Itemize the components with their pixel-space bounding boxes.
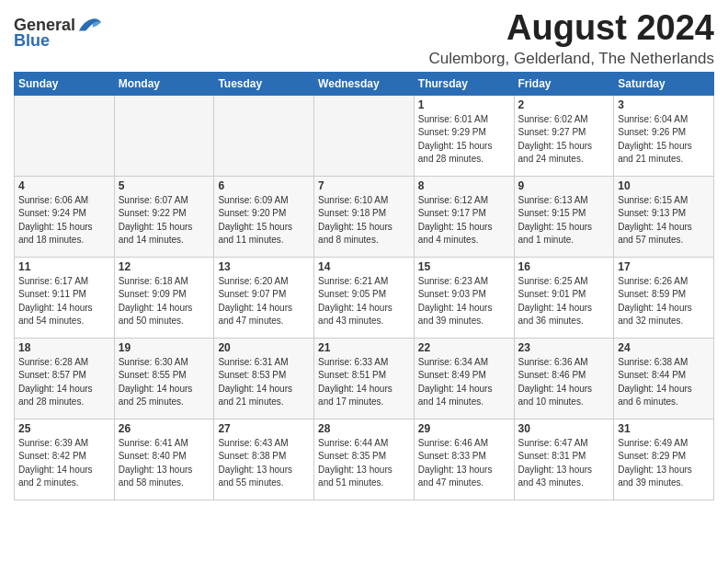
day-number: 14: [318, 260, 410, 273]
calendar-table: SundayMondayTuesdayWednesdayThursdayFrid…: [14, 72, 714, 500]
logo-bird-icon: [77, 15, 103, 35]
day-number: 19: [119, 341, 210, 354]
day-number: 10: [618, 179, 710, 192]
day-info: Sunrise: 6:15 AM Sunset: 9:13 PM Dayligh…: [618, 194, 710, 247]
column-header-sunday: Sunday: [15, 72, 115, 95]
day-number: 5: [119, 179, 210, 192]
calendar-cell: 24Sunrise: 6:38 AM Sunset: 8:44 PM Dayli…: [614, 338, 714, 419]
day-info: Sunrise: 6:25 AM Sunset: 9:01 PM Dayligh…: [518, 275, 610, 328]
day-info: Sunrise: 6:44 AM Sunset: 8:35 PM Dayligh…: [318, 437, 410, 490]
day-info: Sunrise: 6:12 AM Sunset: 9:17 PM Dayligh…: [418, 194, 510, 247]
day-info: Sunrise: 6:10 AM Sunset: 9:18 PM Dayligh…: [318, 194, 410, 247]
calendar-cell: 22Sunrise: 6:34 AM Sunset: 8:49 PM Dayli…: [414, 338, 514, 419]
day-info: Sunrise: 6:01 AM Sunset: 9:29 PM Dayligh…: [418, 113, 510, 167]
column-header-tuesday: Tuesday: [214, 72, 314, 95]
column-header-thursday: Thursday: [414, 72, 514, 95]
calendar-cell: 13Sunrise: 6:20 AM Sunset: 9:07 PM Dayli…: [214, 257, 314, 338]
day-number: 21: [318, 341, 410, 354]
day-number: 31: [618, 422, 710, 435]
calendar-cell: [15, 95, 115, 176]
calendar-cell: 23Sunrise: 6:36 AM Sunset: 8:46 PM Dayli…: [514, 338, 614, 419]
calendar-cell: 25Sunrise: 6:39 AM Sunset: 8:42 PM Dayli…: [15, 419, 115, 500]
day-info: Sunrise: 6:46 AM Sunset: 8:33 PM Dayligh…: [418, 437, 510, 490]
calendar-cell: [314, 95, 415, 176]
calendar-cell: 27Sunrise: 6:43 AM Sunset: 8:38 PM Dayli…: [214, 419, 314, 500]
day-number: 15: [418, 260, 510, 273]
day-number: 27: [218, 422, 310, 435]
week-row-2: 4Sunrise: 6:06 AM Sunset: 9:24 PM Daylig…: [15, 176, 714, 257]
calendar-cell: 8Sunrise: 6:12 AM Sunset: 9:17 PM Daylig…: [414, 176, 514, 257]
logo: General Blue: [14, 9, 103, 51]
day-info: Sunrise: 6:36 AM Sunset: 8:46 PM Dayligh…: [518, 356, 610, 409]
header-row: SundayMondayTuesdayWednesdayThursdayFrid…: [15, 72, 714, 95]
calendar-cell: [114, 95, 214, 176]
calendar-cell: 12Sunrise: 6:18 AM Sunset: 9:09 PM Dayli…: [114, 257, 214, 338]
day-number: 3: [618, 98, 710, 111]
title-area: August 2024 Culemborg, Gelderland, The N…: [428, 9, 714, 68]
week-row-4: 18Sunrise: 6:28 AM Sunset: 8:57 PM Dayli…: [15, 338, 714, 419]
day-info: Sunrise: 6:30 AM Sunset: 8:55 PM Dayligh…: [119, 356, 210, 409]
calendar-cell: 21Sunrise: 6:33 AM Sunset: 8:51 PM Dayli…: [314, 338, 415, 419]
column-header-monday: Monday: [114, 72, 214, 95]
day-number: 12: [119, 260, 210, 273]
calendar-cell: 11Sunrise: 6:17 AM Sunset: 9:11 PM Dayli…: [15, 257, 115, 338]
calendar-cell: 28Sunrise: 6:44 AM Sunset: 8:35 PM Dayli…: [314, 419, 415, 500]
day-number: 24: [618, 341, 710, 354]
day-info: Sunrise: 6:38 AM Sunset: 8:44 PM Dayligh…: [618, 356, 710, 409]
calendar-cell: 14Sunrise: 6:21 AM Sunset: 9:05 PM Dayli…: [314, 257, 415, 338]
week-row-1: 1Sunrise: 6:01 AM Sunset: 9:29 PM Daylig…: [15, 95, 714, 176]
day-number: 4: [18, 179, 110, 192]
day-number: 8: [418, 179, 510, 192]
week-row-3: 11Sunrise: 6:17 AM Sunset: 9:11 PM Dayli…: [15, 257, 714, 338]
calendar-cell: 26Sunrise: 6:41 AM Sunset: 8:40 PM Dayli…: [114, 419, 214, 500]
week-row-5: 25Sunrise: 6:39 AM Sunset: 8:42 PM Dayli…: [15, 419, 714, 500]
day-info: Sunrise: 6:09 AM Sunset: 9:20 PM Dayligh…: [218, 194, 310, 247]
day-info: Sunrise: 6:39 AM Sunset: 8:42 PM Dayligh…: [18, 437, 110, 490]
day-info: Sunrise: 6:31 AM Sunset: 8:53 PM Dayligh…: [218, 356, 310, 409]
day-info: Sunrise: 6:18 AM Sunset: 9:09 PM Dayligh…: [119, 275, 210, 328]
column-header-wednesday: Wednesday: [314, 72, 415, 95]
calendar-cell: 17Sunrise: 6:26 AM Sunset: 8:59 PM Dayli…: [614, 257, 714, 338]
calendar-cell: 16Sunrise: 6:25 AM Sunset: 9:01 PM Dayli…: [514, 257, 614, 338]
day-info: Sunrise: 6:06 AM Sunset: 9:24 PM Dayligh…: [18, 194, 110, 247]
day-info: Sunrise: 6:47 AM Sunset: 8:31 PM Dayligh…: [518, 437, 610, 490]
day-number: 1: [418, 98, 510, 111]
calendar-cell: 31Sunrise: 6:49 AM Sunset: 8:29 PM Dayli…: [614, 419, 714, 500]
calendar-cell: 20Sunrise: 6:31 AM Sunset: 8:53 PM Dayli…: [214, 338, 314, 419]
day-info: Sunrise: 6:23 AM Sunset: 9:03 PM Dayligh…: [418, 275, 510, 328]
day-info: Sunrise: 6:49 AM Sunset: 8:29 PM Dayligh…: [618, 437, 710, 490]
day-info: Sunrise: 6:33 AM Sunset: 8:51 PM Dayligh…: [318, 356, 410, 409]
day-info: Sunrise: 6:07 AM Sunset: 9:22 PM Dayligh…: [119, 194, 210, 247]
location-title: Culemborg, Gelderland, The Netherlands: [428, 50, 714, 68]
calendar-cell: 30Sunrise: 6:47 AM Sunset: 8:31 PM Dayli…: [514, 419, 614, 500]
calendar-cell: 5Sunrise: 6:07 AM Sunset: 9:22 PM Daylig…: [114, 176, 214, 257]
day-number: 18: [18, 341, 110, 354]
day-number: 20: [218, 341, 310, 354]
calendar-cell: 2Sunrise: 6:02 AM Sunset: 9:27 PM Daylig…: [514, 95, 614, 176]
calendar-cell: 19Sunrise: 6:30 AM Sunset: 8:55 PM Dayli…: [114, 338, 214, 419]
day-number: 30: [518, 422, 610, 435]
calendar-cell: 15Sunrise: 6:23 AM Sunset: 9:03 PM Dayli…: [414, 257, 514, 338]
day-number: 23: [518, 341, 610, 354]
calendar-cell: 3Sunrise: 6:04 AM Sunset: 9:26 PM Daylig…: [614, 95, 714, 176]
logo-blue-text: Blue: [14, 31, 50, 51]
day-number: 11: [18, 260, 110, 273]
day-info: Sunrise: 6:02 AM Sunset: 9:27 PM Dayligh…: [518, 113, 610, 167]
day-number: 6: [218, 179, 310, 192]
day-info: Sunrise: 6:20 AM Sunset: 9:07 PM Dayligh…: [218, 275, 310, 328]
day-info: Sunrise: 6:34 AM Sunset: 8:49 PM Dayligh…: [418, 356, 510, 409]
day-number: 16: [518, 260, 610, 273]
day-number: 9: [518, 179, 610, 192]
calendar-cell: [214, 95, 314, 176]
day-number: 29: [418, 422, 510, 435]
month-title: August 2024: [428, 9, 714, 48]
calendar-cell: 10Sunrise: 6:15 AM Sunset: 9:13 PM Dayli…: [614, 176, 714, 257]
day-info: Sunrise: 6:26 AM Sunset: 8:59 PM Dayligh…: [618, 275, 710, 328]
day-info: Sunrise: 6:43 AM Sunset: 8:38 PM Dayligh…: [218, 437, 310, 490]
calendar-cell: 9Sunrise: 6:13 AM Sunset: 9:15 PM Daylig…: [514, 176, 614, 257]
calendar-cell: 29Sunrise: 6:46 AM Sunset: 8:33 PM Dayli…: [414, 419, 514, 500]
day-number: 2: [518, 98, 610, 111]
calendar-cell: 1Sunrise: 6:01 AM Sunset: 9:29 PM Daylig…: [414, 95, 514, 176]
day-number: 7: [318, 179, 410, 192]
day-number: 22: [418, 341, 510, 354]
